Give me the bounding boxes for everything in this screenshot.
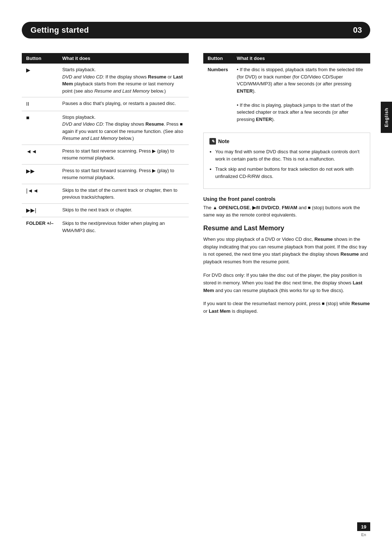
front-panel-title: Using the front panel controls: [203, 196, 370, 202]
right-col2-header: What it does: [232, 53, 370, 64]
button-description: Skips to the next/previous folder when p…: [58, 217, 189, 237]
note-icon: ✎: [209, 138, 216, 145]
front-panel-section: Using the front panel controls The ▲ OPE…: [203, 196, 370, 219]
button-description: Stops playback. DVD and Video CD: The di…: [58, 111, 189, 145]
page-footer: 19 En: [357, 522, 370, 537]
front-panel-text: The ▲ OPEN/CLOSE, ▶/II DVD/CD, FM/AM and…: [203, 204, 370, 219]
left-col1-header: Button: [22, 53, 58, 64]
english-tab: English: [381, 102, 392, 133]
resume-paragraph-3: If you want to clear the resume/last mem…: [203, 300, 370, 315]
button-description: Skips to the next track or chapter.: [58, 203, 189, 217]
note-list: You may find with some DVD discs that so…: [209, 148, 364, 181]
left-col2-header: What it does: [58, 53, 189, 64]
button-description: • If the disc is stopped, playback start…: [232, 64, 370, 125]
button-symbol: Numbers: [203, 64, 232, 125]
button-description: Skips to the start of the current track …: [58, 184, 189, 203]
header-section: Getting started 03: [22, 22, 370, 39]
table-row: Numbers • If the disc is stopped, playba…: [203, 64, 370, 125]
main-content: Button What it does ▶ Starts playback. D…: [22, 53, 370, 315]
button-symbol: ▶: [22, 64, 58, 97]
table-row: |◄◄ Skips to the start of the current tr…: [22, 184, 189, 203]
note-item: Track skip and number buttons for track …: [215, 166, 364, 180]
button-symbol: ■: [22, 111, 58, 145]
chapter-title-bar: Getting started 03: [22, 22, 370, 39]
button-symbol: ▶▶: [22, 164, 58, 184]
note-label: Note: [218, 138, 229, 144]
page-number: 19: [357, 522, 370, 531]
resume-paragraph-1: When you stop playback of a DVD or Video…: [203, 236, 370, 266]
right-column: Button What it does Numbers • If the dis…: [203, 53, 370, 315]
right-button-table: Button What it does Numbers • If the dis…: [203, 53, 370, 125]
page-container: Getting started 03 English Button What i…: [0, 0, 392, 555]
table-row: II Pauses a disc that's playing, or rest…: [22, 97, 189, 111]
note-item: You may find with some DVD discs that so…: [215, 148, 364, 163]
chapter-number: 03: [345, 22, 370, 39]
table-row: ◄◄ Press to start fast reverse scanning.…: [22, 145, 189, 164]
table-row: ■ Stops playback. DVD and Video CD: The …: [22, 111, 189, 145]
button-description: Starts playback. DVD and Video CD: If th…: [58, 64, 189, 97]
table-row: FOLDER +/– Skips to the next/previous fo…: [22, 217, 189, 237]
resume-title: Resume and Last Memory: [203, 224, 370, 232]
button-symbol: II: [22, 97, 58, 111]
resume-paragraph-2: For DVD discs only: If you take the disc…: [203, 272, 370, 294]
button-symbol: ◄◄: [22, 145, 58, 164]
button-description: Press to start fast reverse scanning. Pr…: [58, 145, 189, 164]
left-button-table: Button What it does ▶ Starts playback. D…: [22, 53, 189, 236]
table-row: ▶▶ Press to start fast forward scanning.…: [22, 164, 189, 184]
note-title: ✎ Note: [209, 138, 364, 145]
page-lang: En: [361, 532, 366, 537]
table-row: ▶ Starts playback. DVD and Video CD: If …: [22, 64, 189, 97]
button-description: Pauses a disc that's playing, or restart…: [58, 97, 189, 111]
button-symbol: ▶▶|: [22, 203, 58, 217]
left-column: Button What it does ▶ Starts playback. D…: [22, 53, 189, 315]
button-description: Press to start fast forward scanning. Pr…: [58, 164, 189, 184]
button-symbol: FOLDER +/–: [22, 217, 58, 237]
chapter-title: Getting started: [22, 22, 345, 39]
note-box: ✎ Note You may find with some DVD discs …: [203, 133, 370, 189]
table-row: ▶▶| Skips to the next track or chapter.: [22, 203, 189, 217]
right-col1-header: Button: [203, 53, 232, 64]
button-symbol: |◄◄: [22, 184, 58, 203]
resume-section: Resume and Last Memory When you stop pla…: [203, 224, 370, 315]
